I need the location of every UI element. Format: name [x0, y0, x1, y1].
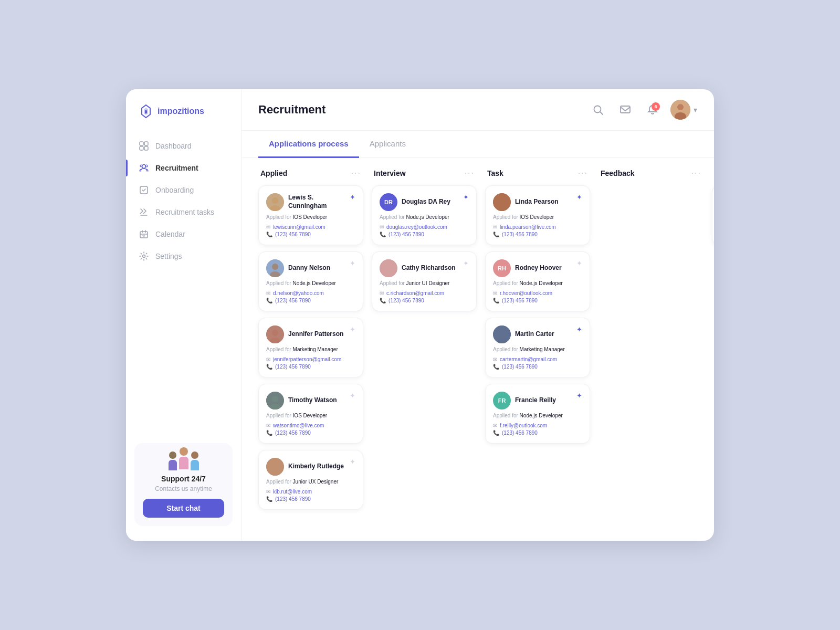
- kanban-card[interactable]: Cathy Richardson ✦ Applied for Junior UI…: [372, 251, 477, 311]
- card-phone: (123) 456 7890: [275, 298, 311, 303]
- svg-point-7: [142, 165, 146, 169]
- kanban-card[interactable]: Lewis S. Cunningham ✦ Applied for IOS De…: [258, 185, 363, 245]
- tab-applications-process[interactable]: Applications process: [258, 131, 359, 158]
- card-phone: (123) 456 7890: [502, 232, 538, 237]
- card-applied: Applied for Node.js Developer: [266, 280, 355, 286]
- sidebar: impozitions Dashboard: [126, 89, 242, 541]
- svg-point-37: [272, 462, 278, 468]
- card-name: Douglas DA Rey: [402, 198, 450, 206]
- col-header: Final interview ···: [712, 169, 714, 178]
- card-top: FR Francie Reilly ✦: [493, 392, 582, 410]
- user-avatar: [670, 100, 690, 120]
- card-phone: (123) 456 7890: [388, 232, 424, 237]
- card-name: Timothy Watson: [288, 396, 337, 405]
- kanban-card[interactable]: FR Francie Reilly ✦ Applied for Node.js …: [485, 384, 590, 444]
- kanban-card[interactable]: RH Rodney Hoover ✦ Applied for Node.js D…: [485, 251, 590, 311]
- col-menu-button[interactable]: ···: [465, 169, 475, 178]
- col-title: Task: [487, 169, 503, 177]
- svg-point-46: [499, 330, 505, 336]
- sidebar-item-tasks[interactable]: Recruitment tasks: [126, 202, 241, 223]
- kanban-card[interactable]: Jennifer Patterson ✦ Applied for Marketi…: [258, 318, 363, 377]
- card-contact: ✉ r.hoover@outlook.com 📞 (123) 456 7890: [493, 290, 582, 303]
- svg-rect-20: [621, 106, 630, 113]
- sidebar-item-calendar[interactable]: 31 Calendar: [126, 224, 241, 245]
- card-avatar: RH: [493, 259, 511, 277]
- svg-point-31: [272, 330, 278, 336]
- card-star-button[interactable]: ✦: [350, 392, 355, 400]
- card-star-button[interactable]: ✦: [350, 259, 355, 267]
- messages-button[interactable]: [616, 100, 635, 119]
- card-star-button[interactable]: ✦: [350, 326, 355, 333]
- email-icon: ✉: [493, 423, 497, 428]
- card-star-button[interactable]: ✦: [576, 193, 582, 201]
- notifications-button[interactable]: 6: [643, 100, 662, 119]
- kanban-card[interactable]: Martin Carter ✦ Applied for Marketing Ma…: [485, 318, 590, 377]
- sidebar-item-tasks-label: Recruitment tasks: [155, 208, 214, 216]
- card-person: Cathy Richardson: [380, 259, 456, 277]
- kanban-card[interactable]: Danny Nelson ✦ Applied for Node.js Devel…: [258, 251, 363, 311]
- card-star-button[interactable]: ✦: [350, 193, 355, 201]
- tab-applicants[interactable]: Applicants: [359, 131, 416, 158]
- sidebar-item-dashboard[interactable]: Dashboard: [126, 135, 241, 156]
- col-menu-button[interactable]: ···: [578, 169, 588, 178]
- search-button[interactable]: [589, 100, 607, 119]
- dashboard-icon: [139, 141, 149, 151]
- svg-rect-3: [140, 142, 143, 145]
- phone-icon: 📞: [493, 232, 499, 237]
- card-person: Jennifer Patterson: [266, 326, 343, 343]
- email-icon: ✉: [266, 290, 270, 296]
- card-top: RH Rodney Hoover ✦: [493, 259, 582, 277]
- main-content: Recruitment: [242, 89, 714, 541]
- card-email-row: ✉ d.nelson@yahoo.com: [266, 290, 355, 296]
- sidebar-item-recruitment[interactable]: Recruitment: [126, 158, 241, 178]
- kanban-wrap: Applied ··· Lewis S. Cunningham ✦ Applie…: [242, 158, 714, 541]
- card-applied: Applied for IOS Developer: [266, 413, 355, 418]
- user-avatar-button[interactable]: ▾: [670, 100, 697, 120]
- card-email-row: ✉ jenniferpatterson@gmail.com: [266, 356, 355, 362]
- onboarding-icon: [139, 185, 149, 195]
- card-email-row: ✉ douglas.rey@outlook.com: [380, 224, 469, 230]
- card-phone-row: 📞 (123) 456 7890: [266, 430, 355, 436]
- card-email-row: ✉ c.richardson@gmail.com: [380, 290, 469, 296]
- card-applied: Applied for Node.js Developer: [380, 214, 469, 220]
- card-star-button[interactable]: ✦: [576, 259, 582, 267]
- card-contact: ✉ jenniferpatterson@gmail.com 📞 (123) 45…: [266, 356, 355, 370]
- card-star-button[interactable]: ✦: [576, 326, 582, 333]
- email-icon: ✉: [266, 489, 270, 495]
- card-star-button[interactable]: ✦: [350, 458, 355, 466]
- sidebar-item-settings[interactable]: Settings: [126, 246, 241, 267]
- email-icon: ✉: [266, 224, 270, 230]
- card-phone: (123) 456 7890: [502, 364, 538, 370]
- svg-point-34: [272, 396, 278, 402]
- sidebar-item-onboarding[interactable]: Onboarding: [126, 180, 241, 201]
- card-applied: Applied for IOS Developer: [266, 214, 355, 220]
- svg-point-17: [143, 255, 145, 258]
- card-email-row: ✉ r.hoover@outlook.com: [493, 290, 582, 296]
- card-phone-row: 📞 (123) 456 7890: [266, 496, 355, 502]
- card-email: jenniferpatterson@gmail.com: [273, 356, 341, 362]
- kanban-card[interactable]: Kimberly Rutledge ✦ Applied for Junior U…: [258, 450, 363, 510]
- sidebar-item-dashboard-label: Dashboard: [155, 142, 192, 150]
- kanban-card[interactable]: Timothy Watson ✦ Applied for IOS Develop…: [258, 384, 363, 444]
- col-header: Feedback ···: [598, 169, 704, 178]
- card-name: Martin Carter: [515, 330, 554, 339]
- kanban-card[interactable]: DR Douglas DA Rey ✦ Applied for Node.js …: [372, 185, 477, 245]
- logo[interactable]: impozitions: [126, 104, 241, 135]
- email-icon: ✉: [266, 356, 270, 362]
- col-menu-button[interactable]: ···: [691, 169, 701, 178]
- kanban-board: Applied ··· Lewis S. Cunningham ✦ Applie…: [258, 169, 714, 516]
- kanban-card[interactable]: Pamela A. Allen ✦ Applied for Junior UX …: [712, 185, 714, 245]
- kanban-card[interactable]: Linda Pearson ✦ Applied for IOS Develope…: [485, 185, 590, 245]
- card-name: Lewis S. Cunningham: [288, 194, 350, 210]
- email-icon: ✉: [493, 224, 497, 230]
- card-star-button[interactable]: ✦: [463, 259, 469, 267]
- card-email-row: ✉ kib.rut@live.com: [266, 489, 355, 495]
- card-email: linda.pearson@live.com: [500, 224, 556, 230]
- card-phone: (123) 456 7890: [388, 298, 424, 303]
- card-star-button[interactable]: ✦: [463, 193, 469, 201]
- card-top: DR Douglas DA Rey ✦: [380, 193, 469, 211]
- col-menu-button[interactable]: ···: [351, 169, 361, 178]
- card-star-button[interactable]: ✦: [576, 392, 582, 400]
- card-email: f.reilly@outlook.com: [500, 423, 547, 428]
- start-chat-button[interactable]: Start chat: [143, 499, 224, 518]
